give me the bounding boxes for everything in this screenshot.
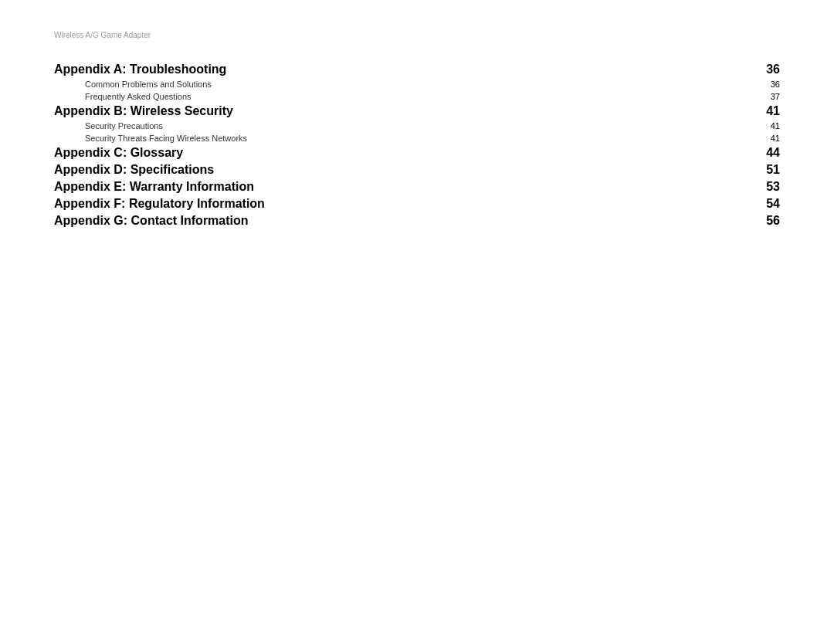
toc-entry-1[interactable]: Common Problems and Solutions36 <box>54 80 780 89</box>
toc-entry-page-4: 41 <box>757 121 780 130</box>
toc-entry-5[interactable]: Security Threats Facing Wireless Network… <box>54 134 780 143</box>
toc-entry-page-5: 41 <box>757 134 780 143</box>
toc-entry-page-6: 44 <box>757 146 780 160</box>
header-label: Wireless A/G Game Adapter <box>54 31 780 39</box>
toc-entry-6[interactable]: Appendix C: Glossary44 <box>54 146 780 160</box>
toc-entry-0[interactable]: Appendix A: Troubleshooting36 <box>54 63 780 76</box>
toc-entry-9[interactable]: Appendix F: Regulatory Information54 <box>54 197 780 211</box>
toc-entry-page-7: 51 <box>757 163 780 177</box>
toc-entry-title-2: Frequently Asked Questions <box>54 92 757 101</box>
toc-entry-2[interactable]: Frequently Asked Questions37 <box>54 92 780 101</box>
toc-entry-title-4: Security Precautions <box>54 121 757 130</box>
toc-entry-page-8: 53 <box>757 180 780 194</box>
toc-entry-page-0: 36 <box>757 63 780 76</box>
toc-entry-page-9: 54 <box>757 197 780 211</box>
toc-entry-page-2: 37 <box>757 92 780 101</box>
toc-entry-page-10: 56 <box>757 214 780 228</box>
page: Wireless A/G Game Adapter Appendix A: Tr… <box>0 0 834 644</box>
toc-entry-title-1: Common Problems and Solutions <box>54 80 757 89</box>
toc-entry-title-7: Appendix D: Specifications <box>54 163 757 177</box>
toc-entry-3[interactable]: Appendix B: Wireless Security41 <box>54 104 780 118</box>
toc-entry-4[interactable]: Security Precautions41 <box>54 121 780 130</box>
toc-entry-7[interactable]: Appendix D: Specifications51 <box>54 163 780 177</box>
toc-entry-title-3: Appendix B: Wireless Security <box>54 104 757 118</box>
toc-entry-title-8: Appendix E: Warranty Information <box>54 180 757 194</box>
toc-entry-10[interactable]: Appendix G: Contact Information56 <box>54 214 780 228</box>
toc-entry-title-5: Security Threats Facing Wireless Network… <box>54 134 757 143</box>
toc-entry-8[interactable]: Appendix E: Warranty Information53 <box>54 180 780 194</box>
toc-container: Appendix A: Troubleshooting36Common Prob… <box>54 63 780 228</box>
toc-entry-title-9: Appendix F: Regulatory Information <box>54 197 757 211</box>
toc-entry-page-1: 36 <box>757 80 780 89</box>
toc-entry-title-0: Appendix A: Troubleshooting <box>54 63 757 76</box>
toc-entry-page-3: 41 <box>757 104 780 118</box>
toc-entry-title-10: Appendix G: Contact Information <box>54 214 757 228</box>
toc-entry-title-6: Appendix C: Glossary <box>54 146 757 160</box>
